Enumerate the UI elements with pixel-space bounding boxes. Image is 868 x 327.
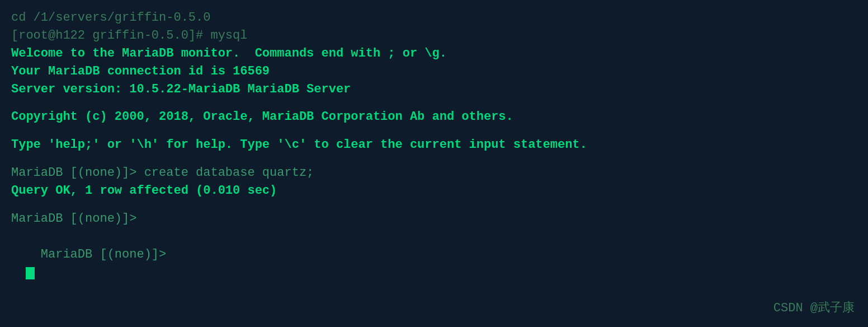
spacer-4 xyxy=(11,200,857,210)
line-connection-id: Your MariaDB connection id is 16569 xyxy=(11,63,857,81)
terminal-window: cd /1/servers/griffin-0.5.0 [root@h122 g… xyxy=(0,0,868,327)
watermark-text: CSDN @武子康 xyxy=(773,299,855,316)
line-cd: cd /1/servers/griffin-0.5.0 xyxy=(11,9,857,27)
line-welcome: Welcome to the MariaDB monitor. Commands… xyxy=(11,45,857,63)
spacer-3 xyxy=(11,154,857,164)
line-prompt2: MariaDB [(none)]> xyxy=(11,228,857,282)
line-create-cmd: MariaDB [(none)]> create database quartz… xyxy=(11,164,857,182)
line-help: Type 'help;' or '\h' for help. Type '\c'… xyxy=(11,136,857,154)
line-server-version: Server version: 10.5.22-MariaDB MariaDB … xyxy=(11,81,857,99)
spacer-2 xyxy=(11,126,857,136)
spacer-1 xyxy=(11,98,857,108)
line-mysql-prompt: [root@h122 griffin-0.5.0]# mysql xyxy=(11,27,857,45)
line-query-ok: Query OK, 1 row affected (0.010 sec) xyxy=(11,182,857,200)
line-copyright: Copyright (c) 2000, 2018, Oracle, MariaD… xyxy=(11,108,857,126)
terminal-cursor xyxy=(26,267,35,279)
line-prompt1: MariaDB [(none)]> xyxy=(11,210,857,228)
prompt2-text: MariaDB [(none)]> xyxy=(41,247,174,261)
